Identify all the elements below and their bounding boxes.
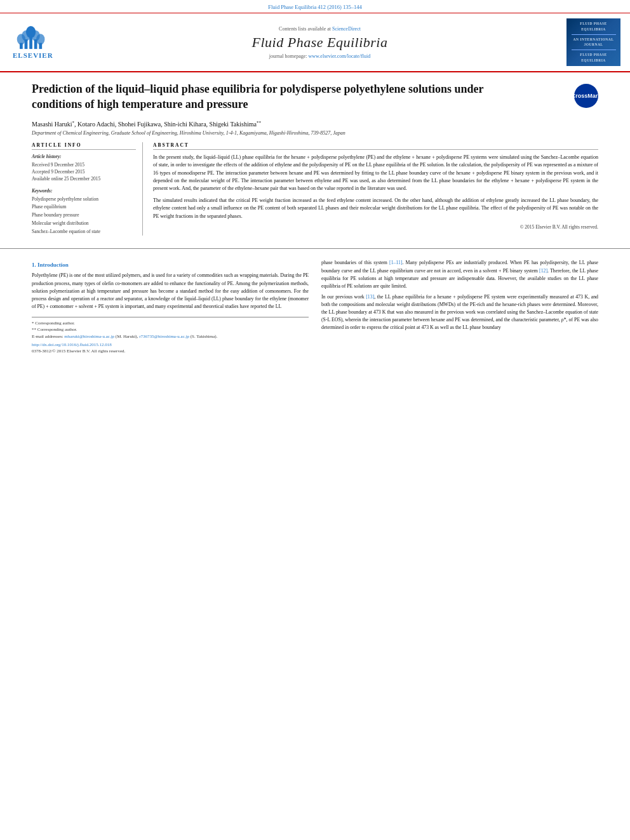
email2-note: (S. Takishima).	[191, 334, 218, 339]
accepted-text: Accepted 9 December 2015	[32, 168, 136, 175]
crossmark-area[interactable]: CrossMark	[574, 84, 598, 108]
abstract-body: In the present study, the liquid–liquid …	[153, 154, 598, 220]
badge-line-1: FLUID PHASE	[580, 22, 607, 26]
journal-title: Fluid Phase Equilibria	[252, 34, 388, 51]
email1-note: (M. Haruki),	[116, 334, 138, 339]
journal-homepage-line: journal homepage: www.elsevier.com/locat…	[269, 53, 370, 59]
body-left-p1: Polyethylene (PE) is one of the most uti…	[32, 272, 309, 310]
authors-line: Masashi Haruki*, Kotaro Adachi, Shohei F…	[32, 120, 598, 128]
ref-12: [12]	[539, 268, 547, 274]
ref-13: [13]	[366, 294, 374, 300]
star1-text: * Corresponding author.	[32, 321, 75, 326]
elsevier-logo-area: ELSEVIER	[6, 18, 76, 66]
body-right-p2: In our previous work [13], the LL phase …	[321, 293, 598, 331]
footnote-area: * Corresponding author. ** Corresponding…	[32, 317, 309, 354]
article-info-abstract: ARTICLE INFO Article history: Received 9…	[32, 142, 598, 236]
elsevier-tree-icon	[13, 26, 51, 50]
affiliation-line: Department of Chemical Engineering, Grad…	[32, 130, 598, 136]
article-title: Prediction of the liquid–liquid phase eq…	[32, 81, 489, 112]
keyword-3: Phase boundary pressure	[32, 211, 136, 220]
star2-text: ** Corresponding author.	[32, 327, 77, 332]
section1-title: 1. Introduction	[32, 262, 309, 268]
doi-line[interactable]: http://dx.doi.org/10.1016/j.fluid.2015.1…	[32, 342, 309, 347]
homepage-label: journal homepage:	[269, 53, 307, 59]
footnote-email: E-mail addresses: mharuki@hiroshima-u.ac…	[32, 333, 309, 340]
article-info-col: ARTICLE INFO Article history: Received 9…	[32, 142, 143, 236]
badge-line-4: FLUID PHASE	[580, 53, 607, 57]
article-header-area: CrossMark Prediction of the liquid–liqui…	[0, 72, 630, 242]
available-text: Available online 25 December 2015	[32, 175, 136, 182]
footnote-2: ** Corresponding author.	[32, 326, 309, 333]
badge-line-2: EQUILIBRIA	[581, 27, 606, 32]
homepage-link[interactable]: www.elsevier.com/locate/fluid	[309, 53, 371, 59]
journal-ref-text: Fluid Phase Equilibria 412 (2016) 135–14…	[268, 4, 362, 10]
keywords-label: Keywords:	[32, 188, 136, 194]
article-info-heading: ARTICLE INFO	[32, 142, 136, 150]
body-right-col: phase boundaries of this system [1–11]. …	[321, 259, 598, 354]
contents-label: Contents lists available at	[279, 26, 331, 32]
email2-link[interactable]: r736735@hiroshima-u.ac.jp	[139, 334, 189, 339]
body-left-col: 1. Introduction Polyethylene (PE) is one…	[32, 259, 309, 354]
journal-header: ELSEVIER Contents lists available at Sci…	[0, 13, 630, 72]
abstract-p1: In the present study, the liquid–liquid …	[153, 154, 598, 193]
journal-badge: FLUID PHASE EQUILIBRIA AN INTERNATIONAL …	[566, 18, 620, 66]
page-wrapper: Fluid Phase Equilibria 412 (2016) 135–14…	[0, 0, 630, 840]
issn-line: 0378-3812/© 2015 Elsevier B.V. All right…	[32, 349, 309, 354]
badge-line-5: EQUILIBRIA	[581, 58, 606, 63]
keyword-2: Phase equilibrium	[32, 203, 136, 211]
body-two-col: 1. Introduction Polyethylene (PE) is one…	[32, 259, 598, 354]
svg-point-9	[36, 34, 44, 44]
received-text: Received 9 December 2015	[32, 161, 136, 168]
abstract-col: ABSTRACT In the present study, the liqui…	[153, 142, 598, 236]
body-right-p1: phase boundaries of this system [1–11]. …	[321, 259, 598, 290]
journal-reference-bar: Fluid Phase Equilibria 412 (2016) 135–14…	[0, 0, 630, 13]
sciencedirect-line: Contents lists available at ScienceDirec…	[279, 26, 361, 32]
body-left-text: Polyethylene (PE) is one of the most uti…	[32, 272, 309, 310]
footnote-1: * Corresponding author.	[32, 320, 309, 327]
sciencedirect-link[interactable]: ScienceDirect	[332, 26, 361, 32]
body-area: 1. Introduction Polyethylene (PE) is one…	[0, 255, 630, 360]
journal-badge-area: FLUID PHASE EQUILIBRIA AN INTERNATIONAL …	[563, 18, 624, 66]
section-divider	[0, 248, 630, 249]
keyword-4: Molecular weight distribution	[32, 220, 136, 228]
body-right-text: phase boundaries of this system [1–11]. …	[321, 259, 598, 331]
email-label: E-mail addresses:	[32, 334, 64, 339]
keyword-1: Polydisperse polyethylene solution	[32, 196, 136, 204]
badge-line-3: AN INTERNATIONAL JOURNAL	[569, 37, 618, 46]
authors-text: Masashi Haruki*, Kotaro Adachi, Shohei F…	[32, 121, 261, 128]
elsevier-wordmark: ELSEVIER	[13, 51, 53, 59]
ref-1-11: [1–11]	[389, 260, 403, 265]
article-history-label: Article history:	[32, 154, 136, 159]
abstract-heading: ABSTRACT	[153, 142, 598, 150]
email1-link[interactable]: mharuki@hiroshima-u.ac.jp	[64, 334, 114, 339]
keyword-5: Sanchez–Lacombe equation of state	[32, 228, 136, 236]
copyright-line: © 2015 Elsevier B.V. All rights reserved…	[153, 224, 598, 230]
elsevier-logo: ELSEVIER	[13, 25, 70, 60]
crossmark-icon: CrossMark	[574, 84, 598, 108]
abstract-p2: The simulated results indicated that the…	[153, 197, 598, 220]
journal-header-center: Contents lists available at ScienceDirec…	[83, 18, 557, 66]
